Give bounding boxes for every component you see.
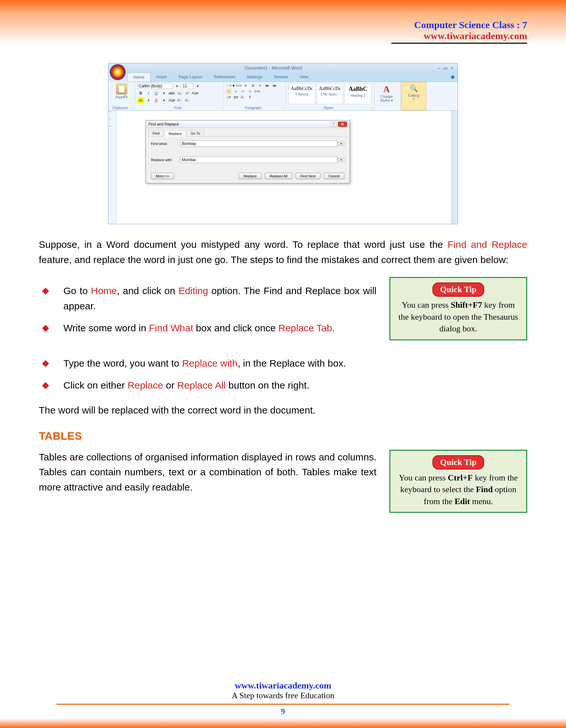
grow-font-button[interactable]: A↑ (176, 97, 183, 104)
show-marks-button[interactable]: ¶ (247, 94, 253, 100)
tab-references[interactable]: References (208, 72, 241, 82)
editing-group[interactable]: 🔍 Editing ▾ (401, 82, 426, 110)
bullet-icon: ◆ (42, 283, 49, 314)
header-url: www.tiwariacademy.com (39, 30, 527, 41)
paragraph-group: ⋮≡▾ ⅓≡▾ ≣▾ ◀≡ ≡▶ ≡ ≡ ≡ ≡ ‡≡▾ ◇▾ ⊞▾ A↓ ¶ … (224, 82, 286, 110)
ribbon-tabs: Home Insert Page Layout References Maili… (127, 72, 458, 82)
style-normal[interactable]: AaBbCcDc¶ Normal (288, 83, 315, 104)
italic-button[interactable]: I (145, 90, 152, 96)
dialog-tab-replace[interactable]: Replace (164, 130, 186, 137)
replace-with-label: Replace with: (151, 158, 180, 162)
bold-button[interactable]: B (137, 90, 144, 96)
change-styles-icon: A (376, 84, 397, 94)
section-heading: TABLES (39, 427, 527, 445)
multilevel-button[interactable]: ≣ (250, 83, 256, 88)
font-name-select[interactable]: Calibri (Body) (137, 83, 173, 89)
quick-tip-badge: Quick Tip (432, 455, 484, 469)
office-button-icon[interactable] (110, 64, 126, 80)
align-right-button[interactable]: ≡ (240, 89, 246, 94)
styles-group: AaBbCcDc¶ Normal AaBbCcDc¶ No Spaci... A… (286, 82, 374, 110)
quick-tip-box: Quick Tip You can press Ctrl+F key from … (389, 450, 527, 513)
subscript-button[interactable]: x₂ (176, 90, 183, 96)
replace-all-button[interactable]: Replace All (265, 173, 292, 179)
tab-page-layout[interactable]: Page Layout (173, 72, 208, 82)
replace-with-input[interactable]: Mumbai (180, 157, 337, 163)
change-case-button[interactable]: Aa▾ (192, 90, 199, 96)
justify-button[interactable]: ≡ (247, 89, 253, 94)
quick-tip-badge: Quick Tip (432, 282, 484, 297)
font-group: Calibri (Body)▾ 11▾ B I U▾ abc x₂ x² Aa▾… (135, 82, 224, 110)
bullet-icon: ◆ (42, 321, 49, 336)
find-what-label: Find what: (151, 142, 180, 146)
scrollbar[interactable] (451, 111, 458, 224)
bullet-icon: ◆ (42, 356, 49, 371)
dialog-close-icon[interactable]: ✕ (338, 122, 347, 127)
more-button[interactable]: More >> (151, 173, 174, 179)
bullet-icon: ◆ (42, 378, 49, 393)
maximize-icon[interactable]: ▭ (442, 66, 449, 71)
page-footer: www.tiwariacademy.com A Step towards fre… (0, 680, 566, 716)
find-next-button[interactable]: Find Next (295, 173, 320, 179)
tab-view[interactable]: View (294, 72, 314, 82)
indent-right-button[interactable]: ≡▶ (271, 83, 278, 88)
borders-button[interactable]: ⊞▾ (233, 94, 239, 100)
align-left-button[interactable]: ≡ (226, 89, 232, 94)
header-title: Computer Science Class : 7 (39, 19, 527, 30)
align-center-button[interactable]: ≡ (233, 89, 239, 94)
bullets-button[interactable]: ⋮≡ (226, 83, 232, 88)
dialog-help-icon[interactable]: ? (330, 122, 337, 127)
tab-review[interactable]: Review (268, 72, 294, 82)
dialog-tab-goto[interactable]: Go To (187, 130, 205, 136)
highlight-button[interactable]: ab (137, 97, 144, 104)
document-canvas[interactable]: Find and Replace ?✕ Find Replace Go To F… (117, 111, 451, 224)
page-header: Computer Science Class : 7 www.tiwariaca… (39, 13, 527, 44)
strike-button[interactable]: abc (168, 90, 175, 96)
format-painter-icon[interactable]: ✐ (123, 94, 133, 99)
sort-button[interactable]: A↓ (240, 94, 246, 100)
replace-dropdown-icon[interactable]: ▾ (338, 158, 344, 162)
change-styles-button[interactable]: AChange Styles ▾ (376, 83, 397, 103)
dialog-tab-find[interactable]: Find (149, 130, 164, 136)
cancel-button[interactable]: Cancel (324, 173, 344, 179)
tab-insert[interactable]: Insert (151, 72, 173, 82)
font-size-select[interactable]: 11 (181, 83, 194, 89)
find-icon: 🔍 (403, 83, 424, 94)
superscript-button[interactable]: x² (184, 90, 191, 96)
find-replace-dialog: Find and Replace ?✕ Find Replace Go To F… (146, 120, 350, 183)
clipboard-group: Paste ▾ ✂⎘✐ Clipboard (108, 82, 135, 110)
shrink-font-button[interactable]: A↓ (184, 97, 191, 104)
find-what-input[interactable]: Bombay (180, 140, 337, 147)
close-icon[interactable]: × (449, 66, 455, 71)
clear-format-button[interactable]: Aa▾ (168, 97, 175, 104)
quick-tip-box: Quick Tip You can press Shift+F7 key fro… (389, 277, 527, 340)
tab-home[interactable]: Home (127, 72, 151, 82)
window-title: Document1 - Microsoft Word (111, 65, 436, 71)
change-styles-group: AChange Styles ▾ (374, 82, 401, 110)
style-heading1[interactable]: AaBbCHeading 1 (344, 83, 371, 104)
line-spacing-button[interactable]: ‡≡▾ (254, 89, 261, 94)
indent-left-button[interactable]: ◀≡ (264, 83, 271, 88)
style-no-spacing[interactable]: AaBbCcDc¶ No Spaci... (316, 83, 343, 104)
font-color-button[interactable]: A (153, 97, 160, 104)
help-icon[interactable]: ◉ (448, 72, 458, 82)
vertical-ruler: 1 · · · 2 · · · 3 (108, 111, 117, 224)
find-dropdown-icon[interactable]: ▾ (338, 142, 344, 146)
paste-icon (116, 83, 127, 94)
tab-mailings[interactable]: Mailings (241, 72, 269, 82)
minimize-icon[interactable]: – (436, 66, 442, 71)
dialog-title: Find and Replace (149, 122, 179, 127)
numbering-button[interactable]: ⅓≡ (236, 83, 242, 88)
shading-button[interactable]: ◇▾ (226, 94, 232, 100)
page-number: 9 (0, 707, 566, 716)
body-text: Suppose, in a Word document you mistyped… (39, 237, 527, 513)
replace-button[interactable]: Replace (239, 173, 261, 179)
word-window: Document1 - Microsoft Word –▭× Home Inse… (108, 63, 458, 224)
underline-button[interactable]: U (153, 90, 160, 96)
